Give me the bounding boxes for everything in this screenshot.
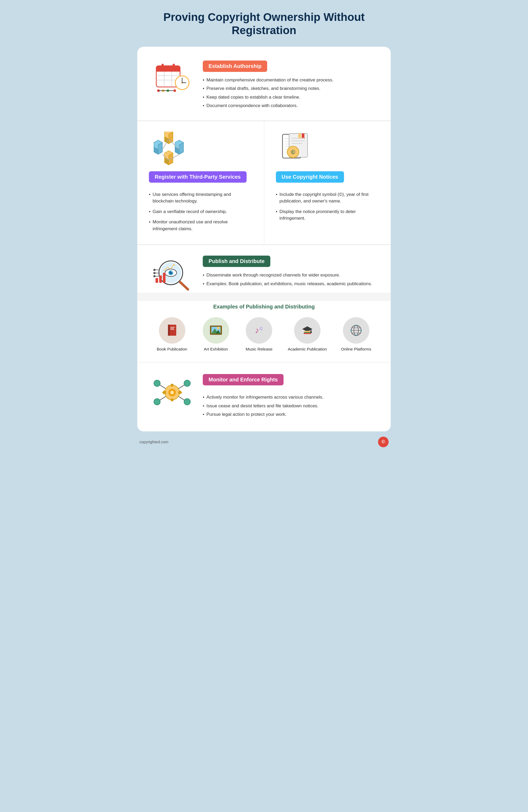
svg-rect-83 <box>305 331 310 332</box>
svg-point-60 <box>153 272 155 274</box>
academic-publication-icon <box>294 317 320 344</box>
online-platforms-label: Online Platforms <box>341 347 372 351</box>
svg-rect-56 <box>159 275 162 283</box>
copyright-document-icon: © <box>276 132 316 166</box>
bullet-item: Actively monitor for infringements acros… <box>203 394 323 401</box>
svg-point-97 <box>154 380 160 387</box>
section-copyright-notices: © Use Copyright Notices Include the copy… <box>264 121 391 245</box>
example-art-exhibition: Art Exhibition <box>201 317 230 351</box>
online-platforms-icon <box>343 317 369 344</box>
book-publication-icon <box>159 317 185 344</box>
svg-point-99 <box>154 398 160 405</box>
svg-point-90 <box>360 330 362 331</box>
music-release-icon: ♪ ♫ <box>246 317 272 344</box>
bullet-item: Document correspondence with collaborato… <box>203 102 377 109</box>
bullet-item: Display the notice prominently to deter … <box>276 208 379 222</box>
magnify-search-icon <box>151 256 193 293</box>
bullet-item: Keep dated copies to establish a clear t… <box>203 94 377 101</box>
book-publication-label: Book Publication <box>157 347 187 351</box>
svg-rect-70 <box>170 329 175 330</box>
svg-rect-4 <box>173 64 175 69</box>
bullet-item: Monitor unauthorized use and resolve inf… <box>149 219 252 232</box>
svg-point-91 <box>355 335 357 336</box>
publish-distribute-badge: Publish and Distribute <box>203 256 270 267</box>
svg-point-98 <box>184 380 190 387</box>
section-publish-distribute: Publish and Distribute Disseminate work … <box>137 245 391 293</box>
copyright-notices-bullets: Include the copyright symbol (©), year o… <box>276 191 379 222</box>
svg-line-65 <box>180 282 188 289</box>
svg-rect-67 <box>168 325 170 336</box>
svg-rect-68 <box>170 327 175 328</box>
establish-authorship-badge: Establish Authorship <box>203 60 267 72</box>
bullet-item: Examples: Book publication, art exhibiti… <box>203 280 372 287</box>
register-third-party-badge: Register with Third-Party Services <box>149 171 246 183</box>
bullet-item: Preserve initial drafts, sketches, and b… <box>203 85 377 92</box>
bullet-item: Maintain comprehensive documentation of … <box>203 77 377 84</box>
monitor-enforce-badge: Monitor and Enforce Rights <box>203 374 284 386</box>
svg-rect-55 <box>155 278 158 283</box>
examples-title: Examples of Publishing and Distributing <box>151 304 377 310</box>
art-exhibition-label: Art Exhibition <box>204 347 228 351</box>
example-music-release: ♪ ♫ Music Release <box>244 317 273 351</box>
bullet-item: Use services offering timestamping and b… <box>149 191 252 205</box>
svg-rect-102 <box>171 384 174 387</box>
example-online-platforms: Online Platforms <box>341 317 372 351</box>
svg-point-89 <box>355 325 357 326</box>
section-register-third-party: Register with Third-Party Services Use s… <box>137 121 264 245</box>
svg-point-75 <box>217 327 220 329</box>
blockchain-cube-icon <box>149 132 188 166</box>
use-copyright-notices-badge: Use Copyright Notices <box>276 171 344 183</box>
svg-rect-3 <box>162 64 164 69</box>
calendar-clock-icon <box>151 58 193 96</box>
main-card: Establish Authorship Maintain comprehens… <box>137 47 391 431</box>
svg-text:♪: ♪ <box>255 326 259 335</box>
art-exhibition-icon <box>203 317 229 344</box>
publish-distribute-content: Publish and Distribute Disseminate work … <box>203 256 372 289</box>
section-monitor-enforce: Monitor and Enforce Rights Actively moni… <box>137 362 391 431</box>
svg-rect-69 <box>170 328 174 329</box>
monitor-enforce-content: Monitor and Enforce Rights Actively moni… <box>203 374 323 420</box>
gear-network-icon <box>151 374 193 411</box>
svg-point-111 <box>170 391 174 394</box>
svg-rect-103 <box>171 398 174 401</box>
svg-point-54 <box>171 271 172 272</box>
bullet-item: Disseminate work through recognized chan… <box>203 272 372 279</box>
footer-copyright-icon: © <box>378 437 389 447</box>
svg-point-92 <box>350 330 352 331</box>
footer: copyrighted.com © <box>137 437 391 447</box>
svg-point-59 <box>153 269 155 271</box>
svg-rect-57 <box>163 273 166 283</box>
bullet-item: Gain a verifiable record of ownership. <box>149 208 252 215</box>
svg-rect-2 <box>156 69 180 72</box>
svg-point-17 <box>174 89 176 92</box>
section-two-columns: Register with Third-Party Services Use s… <box>137 121 391 245</box>
register-third-party-bullets: Use services offering timestamping and b… <box>149 191 252 232</box>
example-academic-publication: Academic Publication <box>288 317 327 351</box>
academic-publication-label: Academic Publication <box>288 347 327 351</box>
svg-text:©: © <box>291 149 295 156</box>
examples-grid: Book Publication Art Exhibi <box>151 317 377 351</box>
section-establish-authorship: Establish Authorship Maintain comprehens… <box>137 47 391 120</box>
establish-authorship-bullets: Maintain comprehensive documentation of … <box>203 77 377 109</box>
monitor-enforce-bullets: Actively monitor for infringements acros… <box>203 394 323 418</box>
page-title: Proving Copyright Ownership Without Regi… <box>145 11 383 37</box>
bullet-item: Include the copyright symbol (©), year o… <box>276 191 379 205</box>
svg-point-100 <box>184 398 190 405</box>
example-book-publication: Book Publication <box>157 317 187 351</box>
svg-text:♫: ♫ <box>259 325 263 331</box>
bullet-item: Pursue legal action to protect your work… <box>203 411 323 418</box>
examples-section: Examples of Publishing and Distributing … <box>137 301 391 362</box>
svg-point-61 <box>153 275 155 277</box>
music-release-label: Music Release <box>246 347 273 351</box>
establish-authorship-content: Establish Authorship Maintain comprehens… <box>203 58 377 111</box>
bullet-item: Issue cease and desist letters and file … <box>203 403 323 409</box>
footer-text: copyrighted.com <box>139 439 168 444</box>
publish-distribute-bullets: Disseminate work through recognized chan… <box>203 272 372 287</box>
